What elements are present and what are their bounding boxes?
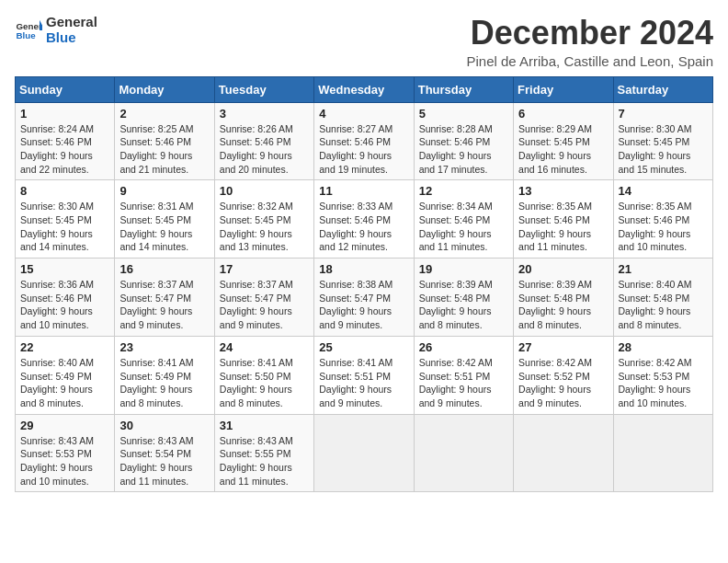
logo-text-general: General [46, 15, 97, 30]
cell-w3-d2: 16 Sunrise: 8:37 AM Sunset: 5:47 PM Dayl… [115, 259, 214, 337]
cell-w5-d5 [414, 414, 513, 492]
week-row-5: 29 Sunrise: 8:43 AM Sunset: 5:53 PM Dayl… [16, 414, 713, 492]
title-block: December 2024 Pinel de Arriba, Castille … [466, 15, 713, 69]
cell-w1-d3: 3 Sunrise: 8:26 AM Sunset: 5:46 PM Dayli… [214, 102, 313, 180]
week-row-2: 8 Sunrise: 8:30 AM Sunset: 5:45 PM Dayli… [16, 180, 713, 259]
week-row-3: 15 Sunrise: 8:36 AM Sunset: 5:46 PM Dayl… [16, 259, 713, 337]
cell-w2-d2: 9 Sunrise: 8:31 AM Sunset: 5:45 PM Dayli… [115, 180, 214, 259]
cell-w1-d2: 2 Sunrise: 8:25 AM Sunset: 5:46 PM Dayli… [115, 102, 214, 180]
logo: General Blue General Blue [15, 15, 97, 45]
week-row-1: 1 Sunrise: 8:24 AM Sunset: 5:46 PM Dayli… [16, 102, 713, 180]
cell-w4-d1: 22 Sunrise: 8:40 AM Sunset: 5:49 PM Dayl… [16, 336, 115, 414]
col-saturday: Saturday [613, 76, 712, 102]
cell-w1-d5: 5 Sunrise: 8:28 AM Sunset: 5:46 PM Dayli… [414, 102, 513, 180]
logo-text-blue: Blue [46, 30, 97, 46]
location-subtitle: Pinel de Arriba, Castille and Leon, Spai… [466, 53, 713, 69]
cell-w3-d1: 15 Sunrise: 8:36 AM Sunset: 5:46 PM Dayl… [16, 259, 115, 337]
month-title: December 2024 [466, 15, 713, 52]
page-header: General Blue General Blue December 2024 … [15, 15, 713, 69]
col-sunday: Sunday [16, 76, 115, 102]
cell-w3-d4: 18 Sunrise: 8:38 AM Sunset: 5:47 PM Dayl… [314, 259, 414, 337]
cell-w5-d7 [613, 414, 712, 492]
cell-w3-d5: 19 Sunrise: 8:39 AM Sunset: 5:48 PM Dayl… [414, 259, 513, 337]
col-tuesday: Tuesday [214, 76, 313, 102]
cell-w1-d1: 1 Sunrise: 8:24 AM Sunset: 5:46 PM Dayli… [16, 102, 115, 180]
cell-w5-d6 [514, 414, 613, 492]
col-thursday: Thursday [414, 76, 513, 102]
cell-w5-d3: 31 Sunrise: 8:43 AM Sunset: 5:55 PM Dayl… [214, 414, 313, 492]
cell-w2-d6: 13 Sunrise: 8:35 AM Sunset: 5:46 PM Dayl… [514, 180, 613, 259]
cell-w2-d5: 12 Sunrise: 8:34 AM Sunset: 5:46 PM Dayl… [414, 180, 513, 259]
cell-w3-d6: 20 Sunrise: 8:39 AM Sunset: 5:48 PM Dayl… [514, 259, 613, 337]
cell-w3-d3: 17 Sunrise: 8:37 AM Sunset: 5:47 PM Dayl… [214, 259, 313, 337]
cell-w2-d1: 8 Sunrise: 8:30 AM Sunset: 5:45 PM Dayli… [16, 180, 115, 259]
week-row-4: 22 Sunrise: 8:40 AM Sunset: 5:49 PM Dayl… [16, 336, 713, 414]
cell-w1-d7: 7 Sunrise: 8:30 AM Sunset: 5:45 PM Dayli… [613, 102, 712, 180]
cell-w2-d4: 11 Sunrise: 8:33 AM Sunset: 5:46 PM Dayl… [314, 180, 414, 259]
cell-w4-d4: 25 Sunrise: 8:41 AM Sunset: 5:51 PM Dayl… [314, 336, 414, 414]
header-row: Sunday Monday Tuesday Wednesday Thursday… [16, 76, 713, 102]
cell-w3-d7: 21 Sunrise: 8:40 AM Sunset: 5:48 PM Dayl… [613, 259, 712, 337]
cell-w2-d7: 14 Sunrise: 8:35 AM Sunset: 5:46 PM Dayl… [613, 180, 712, 259]
cell-w4-d2: 23 Sunrise: 8:41 AM Sunset: 5:49 PM Dayl… [115, 336, 214, 414]
cell-w4-d7: 28 Sunrise: 8:42 AM Sunset: 5:53 PM Dayl… [613, 336, 712, 414]
cell-w1-d6: 6 Sunrise: 8:29 AM Sunset: 5:45 PM Dayli… [514, 102, 613, 180]
svg-text:General: General [17, 20, 43, 30]
cell-w5-d1: 29 Sunrise: 8:43 AM Sunset: 5:53 PM Dayl… [16, 414, 115, 492]
cell-w4-d6: 27 Sunrise: 8:42 AM Sunset: 5:52 PM Dayl… [514, 336, 613, 414]
col-friday: Friday [514, 76, 613, 102]
cell-w2-d3: 10 Sunrise: 8:32 AM Sunset: 5:45 PM Dayl… [214, 180, 313, 259]
calendar-table: Sunday Monday Tuesday Wednesday Thursday… [15, 76, 713, 493]
cell-w1-d4: 4 Sunrise: 8:27 AM Sunset: 5:46 PM Dayli… [314, 102, 414, 180]
col-wednesday: Wednesday [314, 76, 414, 102]
logo-icon: General Blue [15, 17, 42, 44]
cell-w4-d5: 26 Sunrise: 8:42 AM Sunset: 5:51 PM Dayl… [414, 336, 513, 414]
col-monday: Monday [115, 76, 214, 102]
cell-w5-d4 [314, 414, 414, 492]
cell-w5-d2: 30 Sunrise: 8:43 AM Sunset: 5:54 PM Dayl… [115, 414, 214, 492]
cell-w4-d3: 24 Sunrise: 8:41 AM Sunset: 5:50 PM Dayl… [214, 336, 313, 414]
svg-text:Blue: Blue [17, 30, 37, 40]
